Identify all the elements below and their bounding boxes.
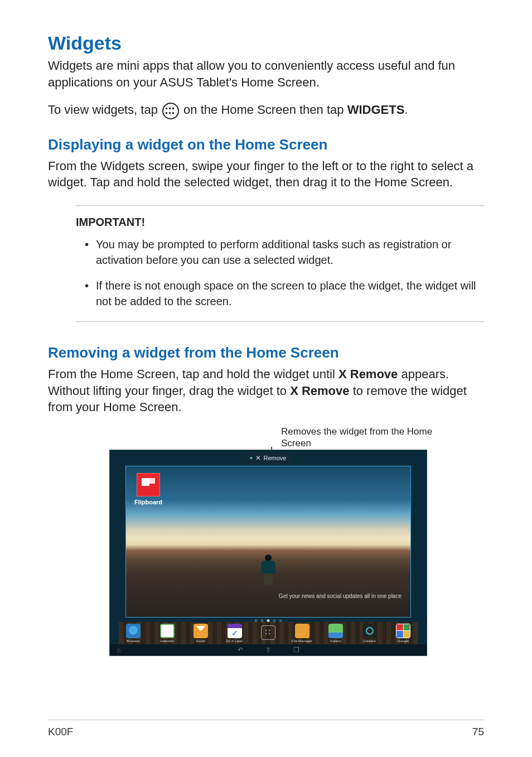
remove-bar[interactable]: ✕ Remove	[245, 452, 292, 464]
google-apps-icon	[396, 624, 410, 638]
remove-label: Remove	[264, 455, 287, 461]
svg-rect-3	[166, 112, 167, 114]
svg-rect-4	[169, 112, 171, 114]
gallery-icon	[328, 624, 343, 638]
manual-page: Widgets Widgets are mini apps that allow…	[0, 0, 532, 757]
all-apps-icon	[261, 625, 275, 640]
close-icon: ✕	[255, 454, 261, 462]
important-box: IMPORTANT! You may be prompted to perfor…	[76, 205, 484, 322]
text-end: .	[404, 103, 408, 117]
widget-tagline: Get your news and social updates all in …	[279, 593, 402, 599]
email-icon	[194, 624, 208, 638]
dock-app-camera[interactable]: Camera	[359, 622, 381, 644]
app-label: Calendar	[160, 639, 175, 643]
flipboard-widget[interactable]: Flipboard	[133, 473, 164, 505]
app-label: Google	[398, 639, 409, 643]
back-icon[interactable]: ↶	[238, 646, 243, 654]
important-label: IMPORTANT!	[76, 216, 480, 229]
dock-app-google[interactable]: Google	[392, 622, 414, 644]
tablet-screenshot: ✕ Remove Flipboard Get your news and soc…	[109, 450, 427, 656]
app-label: Email	[196, 639, 205, 643]
app-label: File Manager	[292, 639, 312, 643]
flipboard-label: Flipboard	[133, 499, 164, 505]
files-icon	[295, 624, 309, 638]
all-apps-icon	[162, 103, 179, 119]
important-item: You may be prompted to perform additiona…	[84, 237, 480, 268]
widgets-keyword: WIDGETS	[347, 103, 405, 117]
section-displaying-body: From the Widgets screen, swipe your fing…	[48, 158, 484, 191]
text-pre: To view widgets, tap	[48, 103, 161, 117]
section-removing-body: From the Home Screen, tap and hold the w…	[48, 366, 484, 416]
dock-app-files[interactable]: File Manager	[291, 622, 313, 644]
footer-model: K00F	[48, 726, 73, 738]
recent-icon[interactable]: ❐	[293, 646, 299, 654]
callout-text: Removes the widget from the Home Screen	[281, 426, 437, 450]
important-item: If there is not enough space on the scre…	[84, 278, 480, 309]
dock-app-email[interactable]: Email	[190, 622, 212, 644]
footer-page-number: 75	[472, 726, 484, 738]
system-navbar: ⌂ ↶ ⇧ ❐	[110, 644, 427, 655]
important-list: You may be prompted to perform additiona…	[76, 237, 480, 309]
page-title: Widgets	[48, 32, 484, 54]
flipboard-icon	[137, 473, 160, 496]
intro-paragraph: Widgets are mini apps that allow you to …	[48, 57, 484, 90]
svg-rect-5	[172, 112, 174, 114]
calendar-icon	[160, 624, 175, 638]
section-displaying-title: Displaying a widget on the Home Screen	[48, 136, 484, 153]
home-icon[interactable]: ⇧	[265, 646, 271, 654]
app-label: Do It Later	[226, 639, 243, 643]
svg-rect-2	[172, 108, 174, 109]
app-label: Browser	[127, 639, 139, 643]
view-widgets-instruction: To view widgets, tap on the Home Screen …	[48, 100, 484, 119]
app-label: Gallery	[330, 639, 341, 643]
todo-icon	[228, 624, 242, 638]
app-label: Camera	[363, 639, 376, 643]
camera-icon	[362, 624, 377, 638]
page-footer: K00F 75	[48, 720, 484, 738]
text: From the Home Screen, tap and hold the w…	[48, 367, 338, 381]
app-dock: Browser Calendar Email Do It Later File …	[119, 622, 418, 644]
widget-drag-frame[interactable]: Flipboard Get your news and social updat…	[125, 466, 411, 618]
dock-app-calendar[interactable]: Calendar	[156, 622, 178, 644]
svg-rect-0	[166, 108, 167, 109]
dock-app-todo[interactable]: Do It Later	[224, 622, 246, 644]
home-indicator-icon: ⌂	[117, 646, 120, 654]
x-remove-keyword: X Remove	[338, 367, 398, 381]
section-removing-title: Removing a widget from the Home Screen	[48, 344, 484, 361]
indicator-dot	[250, 457, 253, 459]
dock-app-browser[interactable]: Browser	[122, 622, 144, 644]
dock-app-gallery[interactable]: Gallery	[325, 622, 347, 644]
x-remove-keyword: X Remove	[290, 384, 349, 398]
text-mid: on the Home Screen then tap	[183, 103, 347, 117]
browser-icon	[126, 624, 141, 638]
callout: Removes the widget from the Home Screen	[271, 426, 484, 450]
figure: Removes the widget from the Home Screen …	[109, 426, 484, 656]
dock-app-allapps[interactable]	[257, 622, 279, 644]
svg-rect-1	[169, 108, 171, 109]
person-silhouette	[259, 555, 278, 585]
